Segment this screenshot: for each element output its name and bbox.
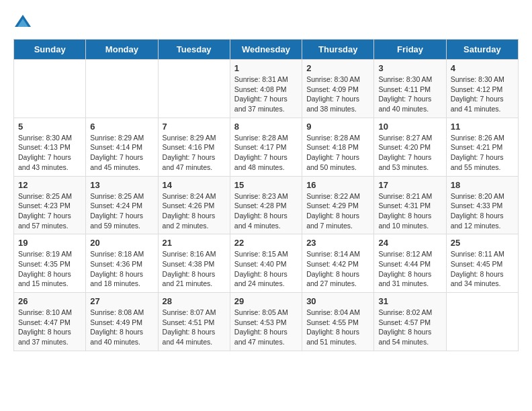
day-number: 18	[451, 180, 514, 190]
calendar-cell	[158, 60, 230, 118]
calendar-cell: 25Sunrise: 8:11 AM Sunset: 4:45 PM Dayli…	[446, 234, 518, 293]
day-info: Sunrise: 8:29 AM Sunset: 4:16 PM Dayligh…	[163, 133, 226, 173]
calendar-cell: 13Sunrise: 8:25 AM Sunset: 4:24 PM Dayli…	[86, 176, 158, 234]
day-number: 27	[90, 296, 153, 306]
day-info: Sunrise: 8:26 AM Sunset: 4:21 PM Dayligh…	[451, 133, 514, 173]
day-number: 16	[306, 180, 369, 190]
calendar-week-row: 12Sunrise: 8:25 AM Sunset: 4:23 PM Dayli…	[14, 176, 519, 234]
calendar-cell: 10Sunrise: 8:27 AM Sunset: 4:20 PM Dayli…	[374, 118, 446, 176]
day-info: Sunrise: 8:25 AM Sunset: 4:24 PM Dayligh…	[90, 191, 153, 231]
day-number: 8	[234, 122, 298, 132]
day-info: Sunrise: 8:18 AM Sunset: 4:36 PM Dayligh…	[90, 249, 153, 289]
day-number: 5	[18, 122, 81, 132]
calendar-cell: 23Sunrise: 8:14 AM Sunset: 4:42 PM Dayli…	[302, 234, 374, 293]
day-info: Sunrise: 8:10 AM Sunset: 4:47 PM Dayligh…	[18, 308, 81, 347]
calendar-cell: 19Sunrise: 8:19 AM Sunset: 4:35 PM Dayli…	[14, 234, 86, 293]
calendar-table: SundayMondayTuesdayWednesdayThursdayFrid…	[13, 39, 519, 351]
calendar-cell: 4Sunrise: 8:30 AM Sunset: 4:12 PM Daylig…	[446, 60, 518, 118]
day-info: Sunrise: 8:19 AM Sunset: 4:35 PM Dayligh…	[18, 249, 81, 289]
calendar-cell: 14Sunrise: 8:24 AM Sunset: 4:26 PM Dayli…	[158, 176, 230, 234]
calendar-cell: 28Sunrise: 8:07 AM Sunset: 4:51 PM Dayli…	[158, 293, 230, 351]
calendar-cell: 2Sunrise: 8:30 AM Sunset: 4:09 PM Daylig…	[302, 60, 374, 118]
calendar-cell: 24Sunrise: 8:12 AM Sunset: 4:44 PM Dayli…	[374, 234, 446, 293]
day-number: 29	[234, 296, 298, 306]
calendar-week-row: 5Sunrise: 8:30 AM Sunset: 4:13 PM Daylig…	[14, 118, 519, 176]
weekday-header: Saturday	[446, 40, 518, 60]
day-info: Sunrise: 8:07 AM Sunset: 4:51 PM Dayligh…	[163, 308, 226, 347]
day-info: Sunrise: 8:04 AM Sunset: 4:55 PM Dayligh…	[306, 308, 369, 347]
calendar-cell: 5Sunrise: 8:30 AM Sunset: 4:13 PM Daylig…	[14, 118, 86, 176]
calendar-cell: 29Sunrise: 8:05 AM Sunset: 4:53 PM Dayli…	[230, 293, 302, 351]
calendar-cell: 18Sunrise: 8:20 AM Sunset: 4:33 PM Dayli…	[446, 176, 518, 234]
day-number: 21	[163, 238, 226, 248]
calendar-cell	[14, 60, 86, 118]
logo-icon	[13, 13, 32, 32]
weekday-header: Sunday	[14, 40, 86, 60]
calendar-cell: 26Sunrise: 8:10 AM Sunset: 4:47 PM Dayli…	[14, 293, 86, 351]
day-info: Sunrise: 8:14 AM Sunset: 4:42 PM Dayligh…	[306, 249, 369, 289]
weekday-header: Friday	[374, 40, 446, 60]
calendar-week-row: 26Sunrise: 8:10 AM Sunset: 4:47 PM Dayli…	[14, 293, 519, 351]
day-info: Sunrise: 8:30 AM Sunset: 4:12 PM Dayligh…	[451, 75, 514, 114]
day-number: 7	[163, 122, 226, 132]
day-number: 17	[378, 180, 441, 190]
day-info: Sunrise: 8:30 AM Sunset: 4:13 PM Dayligh…	[18, 133, 81, 173]
weekday-row: SundayMondayTuesdayWednesdayThursdayFrid…	[14, 40, 519, 60]
day-number: 4	[451, 63, 514, 73]
day-number: 10	[378, 122, 441, 132]
day-number: 9	[306, 122, 369, 132]
day-info: Sunrise: 8:08 AM Sunset: 4:49 PM Dayligh…	[90, 308, 153, 347]
calendar-cell: 15Sunrise: 8:23 AM Sunset: 4:28 PM Dayli…	[230, 176, 302, 234]
day-info: Sunrise: 8:25 AM Sunset: 4:23 PM Dayligh…	[18, 191, 81, 231]
calendar-cell: 12Sunrise: 8:25 AM Sunset: 4:23 PM Dayli…	[14, 176, 86, 234]
page-header	[13, 13, 519, 32]
calendar-cell: 21Sunrise: 8:16 AM Sunset: 4:38 PM Dayli…	[158, 234, 230, 293]
day-number: 22	[234, 238, 298, 248]
day-info: Sunrise: 8:16 AM Sunset: 4:38 PM Dayligh…	[163, 249, 226, 289]
day-number: 26	[18, 296, 81, 306]
day-info: Sunrise: 8:02 AM Sunset: 4:57 PM Dayligh…	[378, 308, 441, 347]
calendar-cell	[86, 60, 158, 118]
calendar-cell: 20Sunrise: 8:18 AM Sunset: 4:36 PM Dayli…	[86, 234, 158, 293]
day-info: Sunrise: 8:29 AM Sunset: 4:14 PM Dayligh…	[90, 133, 153, 173]
calendar-cell: 8Sunrise: 8:28 AM Sunset: 4:17 PM Daylig…	[230, 118, 302, 176]
day-number: 25	[451, 238, 514, 248]
calendar-cell: 1Sunrise: 8:31 AM Sunset: 4:08 PM Daylig…	[230, 60, 302, 118]
day-info: Sunrise: 8:20 AM Sunset: 4:33 PM Dayligh…	[451, 191, 514, 231]
day-info: Sunrise: 8:21 AM Sunset: 4:31 PM Dayligh…	[378, 191, 441, 231]
day-number: 30	[306, 296, 369, 306]
weekday-header: Thursday	[302, 40, 374, 60]
calendar-cell: 3Sunrise: 8:30 AM Sunset: 4:11 PM Daylig…	[374, 60, 446, 118]
calendar-week-row: 19Sunrise: 8:19 AM Sunset: 4:35 PM Dayli…	[14, 234, 519, 293]
day-info: Sunrise: 8:27 AM Sunset: 4:20 PM Dayligh…	[378, 133, 441, 173]
day-number: 20	[90, 238, 153, 248]
day-info: Sunrise: 8:30 AM Sunset: 4:09 PM Dayligh…	[306, 75, 369, 114]
weekday-header: Tuesday	[158, 40, 230, 60]
day-info: Sunrise: 8:22 AM Sunset: 4:29 PM Dayligh…	[306, 191, 369, 231]
day-number: 28	[163, 296, 226, 306]
calendar-cell: 22Sunrise: 8:15 AM Sunset: 4:40 PM Dayli…	[230, 234, 302, 293]
day-info: Sunrise: 8:24 AM Sunset: 4:26 PM Dayligh…	[163, 191, 226, 231]
day-number: 24	[378, 238, 441, 248]
day-number: 3	[378, 63, 441, 73]
calendar-cell: 6Sunrise: 8:29 AM Sunset: 4:14 PM Daylig…	[86, 118, 158, 176]
calendar-cell: 7Sunrise: 8:29 AM Sunset: 4:16 PM Daylig…	[158, 118, 230, 176]
day-number: 19	[18, 238, 81, 248]
day-number: 12	[18, 180, 81, 190]
day-info: Sunrise: 8:23 AM Sunset: 4:28 PM Dayligh…	[234, 191, 298, 231]
day-number: 14	[163, 180, 226, 190]
day-number: 2	[306, 63, 369, 73]
day-info: Sunrise: 8:12 AM Sunset: 4:44 PM Dayligh…	[378, 249, 441, 289]
calendar-cell: 30Sunrise: 8:04 AM Sunset: 4:55 PM Dayli…	[302, 293, 374, 351]
weekday-header: Monday	[86, 40, 158, 60]
day-number: 11	[451, 122, 514, 132]
day-info: Sunrise: 8:28 AM Sunset: 4:17 PM Dayligh…	[234, 133, 298, 173]
calendar-cell: 11Sunrise: 8:26 AM Sunset: 4:21 PM Dayli…	[446, 118, 518, 176]
logo	[13, 13, 36, 32]
day-number: 6	[90, 122, 153, 132]
day-info: Sunrise: 8:31 AM Sunset: 4:08 PM Dayligh…	[234, 75, 298, 114]
day-info: Sunrise: 8:05 AM Sunset: 4:53 PM Dayligh…	[234, 308, 298, 347]
calendar-cell: 27Sunrise: 8:08 AM Sunset: 4:49 PM Dayli…	[86, 293, 158, 351]
calendar-cell: 31Sunrise: 8:02 AM Sunset: 4:57 PM Dayli…	[374, 293, 446, 351]
day-number: 31	[378, 296, 441, 306]
